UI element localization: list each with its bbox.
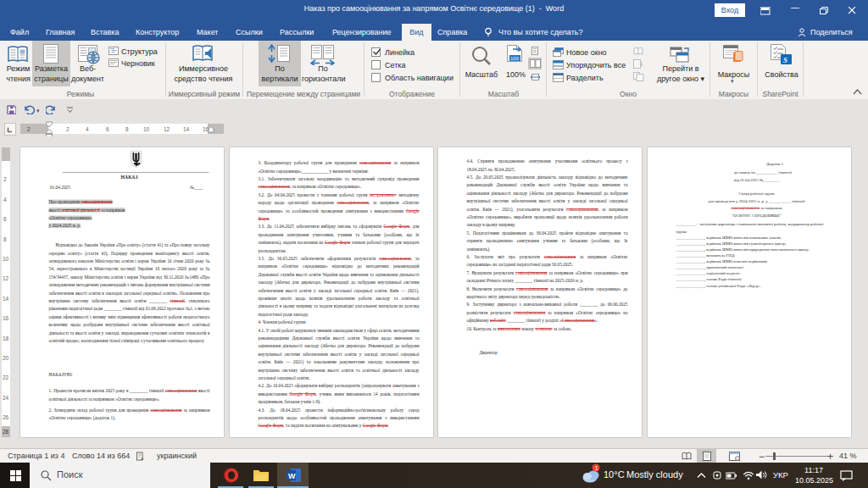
svg-text:S: S (783, 56, 787, 64)
svg-text:1: 1 (595, 465, 598, 471)
svg-text:100: 100 (510, 56, 520, 61)
svg-text:W: W (288, 472, 296, 480)
